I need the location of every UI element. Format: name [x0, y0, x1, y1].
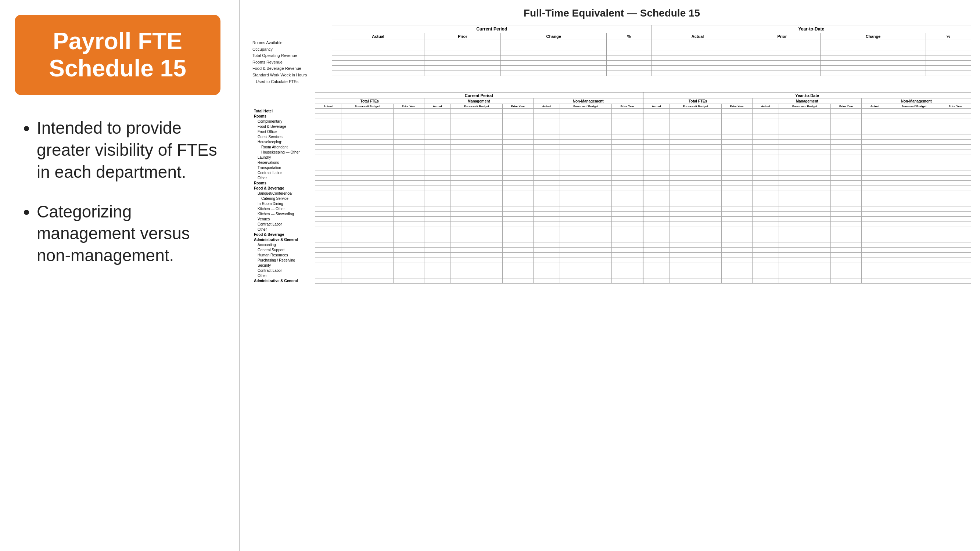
summary-row-4 [332, 56, 971, 60]
summary-label-2: Occupancy [253, 46, 326, 53]
bullet-list: Intended to provide greater visibility o… [15, 117, 221, 267]
prior-2: Prior Year [503, 104, 533, 109]
fte-row-5: Guest Services [253, 135, 971, 140]
col-prior-ytd: Prior [744, 33, 820, 40]
title-box: Payroll FTE Schedule 15 [15, 15, 221, 95]
summary-table: Current Period Year-to-Date Actual Prior… [332, 25, 971, 76]
fte-row-20: Kitchen — Stewarding [253, 211, 971, 217]
col-prior-cp: Prior [425, 33, 501, 40]
fte-row-12: Contract Labor [253, 170, 971, 176]
fte-table: Current Period Year-to-Date Total FTEs M… [253, 92, 971, 284]
actual-6: Actual [862, 104, 888, 109]
summary-row-2 [332, 45, 971, 50]
title: Payroll FTE Schedule 15 [32, 28, 203, 82]
actual-4: Actual [643, 104, 670, 109]
bullet-2: Categorizing management versus non-manag… [37, 201, 221, 267]
total-ftes-cp: Total FTEs [315, 98, 424, 104]
fte-row-27: General Support [253, 248, 971, 253]
fte-row-17: Catering Service [253, 196, 971, 201]
fte-row-3: Food & Beverage [253, 124, 971, 129]
fte-row-22: Contract Labor [253, 222, 971, 227]
forecast-3: Fore-cast/ Budget [560, 104, 612, 109]
col-actual-ytd: Actual [652, 33, 744, 40]
actual-2: Actual [424, 104, 450, 109]
fte-row-14: Rooms [253, 181, 971, 186]
summary-row-1 [332, 40, 971, 45]
forecast-6: Fore-cast/ Budget [888, 104, 940, 109]
fte-row-16: Banquet/Conference/ [253, 191, 971, 196]
summary-row-6 [332, 66, 971, 71]
fte-row-2: Complimentary [253, 119, 971, 124]
divider [239, 0, 240, 551]
col-change-cp: Change [501, 33, 606, 40]
prior-4: Prior Year [721, 104, 752, 109]
summary-row-7 [332, 71, 971, 76]
fte-row-19: Kitchen — Other [253, 206, 971, 211]
summary-row-3 [332, 50, 971, 56]
fte-row-11: Transportation [253, 165, 971, 170]
prior-5: Prior Year [831, 104, 862, 109]
fte-row-26: Accounting [253, 243, 971, 248]
fte-row-0: Total Hotel [253, 109, 971, 114]
summary-label-4: Rooms Revenue [253, 59, 326, 66]
non-mgmt-cp: Non-Management [533, 98, 643, 104]
summary-label-7: Used to Calculate FTEs [253, 79, 326, 85]
non-mgmt-ytd: Non-Management [862, 98, 971, 104]
summary-label-3: Total Operating Revenue [253, 52, 326, 59]
col-pct-cp: % [606, 33, 652, 40]
bullet-1: Intended to provide greater visibility o… [37, 117, 221, 183]
actual-5: Actual [752, 104, 779, 109]
fte-row-15: Food & Beverage [253, 186, 971, 191]
summary-row-5 [332, 60, 971, 66]
summary-table-wrap: Current Period Year-to-Date Actual Prior… [332, 25, 971, 76]
fte-row-18: In-Room Dining [253, 201, 971, 206]
prior-6: Prior Year [940, 104, 971, 109]
management-cp: Management [424, 98, 533, 104]
schedule-title: Full-Time Equivalent — Schedule 15 [253, 7, 971, 19]
fte-row-21: Venues [253, 217, 971, 222]
prior-1: Prior Year [393, 104, 424, 109]
col-pct-ytd: % [926, 33, 971, 40]
fte-section: Current Period Year-to-Date Total FTEs M… [253, 92, 971, 544]
summary-section: Rooms Available Occupancy Total Operatin… [253, 25, 971, 85]
summary-label-6: Standard Work Week in Hours [253, 72, 326, 79]
col-actual-cp: Actual [332, 33, 425, 40]
total-ftes-ytd: Total FTEs [643, 98, 752, 104]
forecast-1: Fore-cast/ Budget [341, 104, 393, 109]
management-ytd: Management [752, 98, 862, 104]
prior-3: Prior Year [612, 104, 643, 109]
fte-row-10: Reservations [253, 160, 971, 165]
fte-row-13: Other [253, 176, 971, 181]
actual-1: Actual [315, 104, 341, 109]
actual-3: Actual [533, 104, 560, 109]
left-panel: Payroll FTE Schedule 15 Intended to prov… [0, 0, 235, 551]
ytd-main-header: Year-to-Date [643, 92, 971, 98]
forecast-2: Fore-cast/ Budget [450, 104, 503, 109]
fte-row-31: Contract Labor [253, 268, 971, 273]
fte-row-1: Rooms [253, 114, 971, 119]
fte-row-33: Administrative & General [253, 278, 971, 284]
col-change-ytd: Change [820, 33, 926, 40]
current-period-header: Current Period [332, 25, 652, 33]
fte-row-28: Human Resources [253, 253, 971, 258]
fte-row-32: Other [253, 273, 971, 278]
forecast-5: Fore-cast/ Budget [779, 104, 831, 109]
fte-row-29: Purchasing / Receiving [253, 258, 971, 263]
fte-row-30: Security [253, 263, 971, 268]
fte-row-6: Housekeeping: [253, 140, 971, 145]
fte-row-4: Front Office [253, 129, 971, 135]
fte-row-8: Housekeeping — Other [253, 150, 971, 155]
summary-label-5: Food & Beverage Revenue [253, 65, 326, 72]
ytd-header: Year-to-Date [652, 25, 971, 33]
fte-row-24: Food & Beverage [253, 232, 971, 237]
forecast-4: Fore-cast/ Budget [670, 104, 722, 109]
fte-row-7: Room Attendant [253, 145, 971, 150]
fte-row-23: Other [253, 227, 971, 232]
fte-label-header [253, 92, 315, 109]
summary-label-1: Rooms Available [253, 40, 326, 46]
fte-row-25: Administrative & General [253, 237, 971, 243]
cp-header: Current Period [315, 92, 643, 98]
right-panel: Full-Time Equivalent — Schedule 15 Rooms… [243, 0, 980, 551]
summary-labels: Rooms Available Occupancy Total Operatin… [253, 25, 326, 85]
fte-row-9: Laundry [253, 155, 971, 160]
